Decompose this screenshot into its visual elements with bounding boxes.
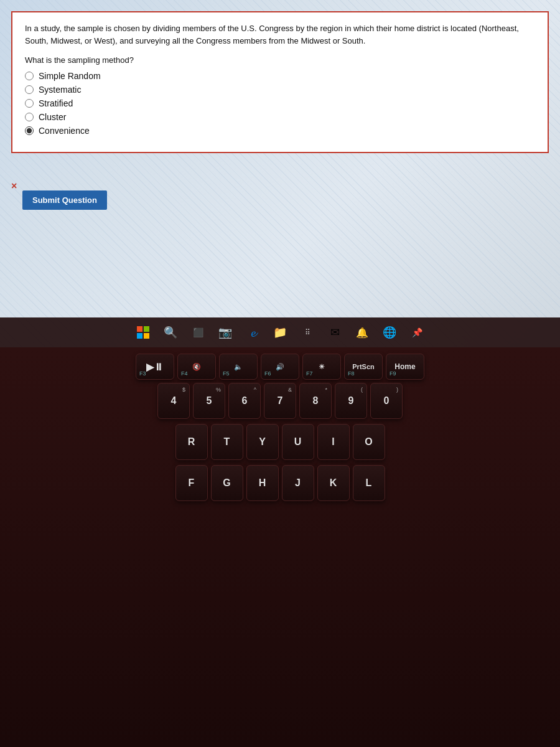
key-t[interactable]: T [211,424,243,460]
key-prtscn[interactable]: PrtScn F8 [344,354,383,380]
key-i[interactable]: I [317,424,350,460]
apps-grid-icon: ⠿ [305,328,310,337]
key-5[interactable]: % 5 [193,383,225,419]
pin-button[interactable]: 📌 [406,321,428,344]
search-taskbar-button[interactable]: 🔍 [159,321,182,344]
radio-convenience[interactable] [25,126,34,135]
keyboard-area: ▶⏸ F3 🔇 F4 🔈 F5 🔊 F6 ☀ F7 PrtScn F8 Home… [0,347,560,747]
radio-stratified[interactable] [25,99,34,108]
radio-cluster[interactable] [25,113,34,121]
key-y[interactable]: Y [246,424,279,460]
option-cluster[interactable]: Cluster [25,112,535,122]
edge-button[interactable]: 𝓮 [241,321,264,344]
key-7[interactable]: & 7 [264,383,296,419]
apps-grid-button[interactable]: ⠿ [296,321,319,344]
task-view-icon: ⬛ [193,327,203,337]
pin-icon: 📌 [412,327,422,337]
option-label-convenience: Convenience [39,126,90,136]
question-label: What is the sampling method? [25,55,535,65]
close-button[interactable]: × [11,181,17,192]
task-view-button[interactable]: ⬛ [187,321,209,344]
windows-logo-icon [137,326,149,339]
option-systematic[interactable]: Systematic [25,85,535,95]
key-4[interactable]: $ 4 [157,383,190,419]
submit-question-button[interactable]: Submit Question [22,190,107,210]
radio-systematic[interactable] [25,85,34,94]
number-key-row: $ 4 % 5 ^ 6 & 7 * 8 ( 9 ) 0 [3,383,557,419]
option-label-systematic: Systematic [39,85,81,95]
key-f7[interactable]: ☀ F7 [302,354,341,380]
key-f3[interactable]: ▶⏸ F3 [136,354,174,380]
folder-icon: 📁 [273,326,287,339]
key-o[interactable]: O [353,424,385,460]
key-l[interactable]: L [353,465,385,501]
key-r[interactable]: R [175,424,208,460]
camera-button[interactable]: 📷 [214,321,236,344]
radio-simple-random[interactable] [25,72,34,80]
chrome-button[interactable]: 🌐 [378,321,401,344]
option-simple-random[interactable]: Simple Random [25,71,535,81]
key-f[interactable]: F [175,465,208,501]
key-f6[interactable]: 🔊 F6 [261,354,299,380]
windows-start-button[interactable] [132,321,154,344]
fghjkl-key-row: F G H J K L [3,465,557,501]
search-icon: 🔍 [164,326,177,339]
key-h[interactable]: H [246,465,279,501]
option-convenience[interactable]: Convenience [25,126,535,136]
option-label-cluster: Cluster [39,112,66,122]
key-home[interactable]: Home F9 [386,354,424,380]
key-0[interactable]: ) 0 [370,383,403,419]
mail-icon: ✉ [330,326,340,339]
mail-button[interactable]: ✉ [324,321,346,344]
edge-icon: 𝓮 [250,326,256,340]
key-9[interactable]: ( 9 [335,383,367,419]
key-u[interactable]: U [282,424,314,460]
taskbar: 🔍 ⬛ 📷 𝓮 📁 ⠿ ✉ 🔔 🌐 📌 [0,317,560,347]
notification-icon: 🔔 [356,327,368,339]
question-paragraph: In a study, the sample is chosen by divi… [25,22,535,47]
camera-icon: 📷 [218,326,232,339]
option-label-simple-random: Simple Random [39,71,101,81]
key-6[interactable]: ^ 6 [228,383,261,419]
option-stratified[interactable]: Stratified [25,98,535,108]
rtyuio-key-row: R T Y U I O [3,424,557,460]
question-box: In a study, the sample is chosen by divi… [11,11,549,153]
key-f4[interactable]: 🔇 F4 [177,354,216,380]
option-label-stratified: Stratified [39,98,73,108]
folder-button[interactable]: 📁 [269,321,291,344]
key-f5[interactable]: 🔈 F5 [219,354,258,380]
options-list: Simple Random Systematic Stratified Clus… [25,71,535,136]
key-8[interactable]: * 8 [299,383,332,419]
screen-area: In a study, the sample is chosen by divi… [0,0,560,349]
notification-button[interactable]: 🔔 [351,321,373,344]
key-j[interactable]: J [282,465,314,501]
fn-key-row: ▶⏸ F3 🔇 F4 🔈 F5 🔊 F6 ☀ F7 PrtScn F8 Home… [3,354,557,380]
chrome-icon: 🌐 [383,326,396,339]
key-g[interactable]: G [211,465,243,501]
key-k[interactable]: K [317,465,350,501]
